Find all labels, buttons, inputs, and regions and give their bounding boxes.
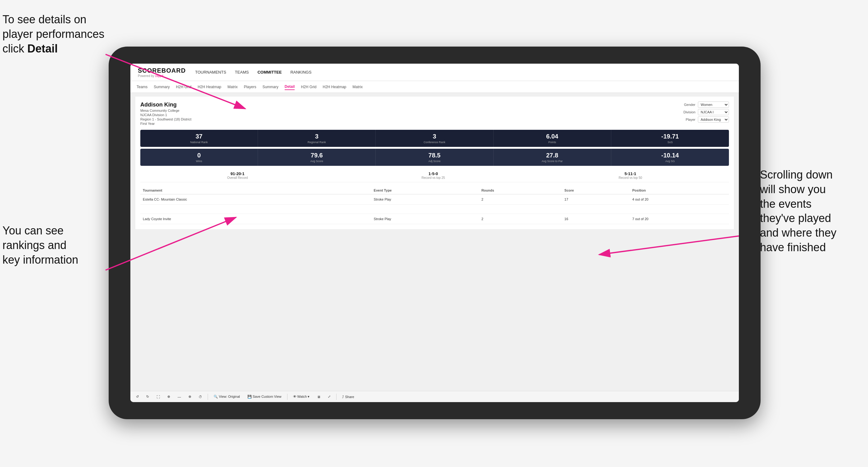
row3-position: 7 out of 20 [630, 214, 729, 224]
stat-national-rank-label: National Rank [143, 141, 255, 144]
player-label: Player [686, 118, 695, 121]
tab-teams[interactable]: Teams [136, 84, 148, 90]
toolbar-display[interactable]: 🖥 [315, 394, 322, 399]
nav-committee[interactable]: COMMITTEE [257, 69, 282, 76]
stat-conference-rank: 3 Conference Rank [376, 130, 493, 147]
stat-sos: -19.71 SoS [611, 130, 729, 147]
nav-bar: SCOREBOARD Powered by clippd TOURNAMENTS… [130, 64, 739, 81]
stats-grid-row1: 37 National Rank 3 Regional Rank 3 Confe… [140, 130, 729, 147]
col-rounds: Rounds [479, 187, 562, 194]
logo-scoreboard: SCOREBOARD [138, 67, 186, 74]
nav-items: TOURNAMENTS TEAMS COMMITTEE RANKINGS [195, 69, 311, 76]
tab-h2h-heatmap[interactable]: H2H Heatmap [198, 84, 221, 90]
annotation-scroll: Scrolling down will show you the events … [760, 168, 866, 255]
stat-regional-rank-value: 3 [260, 133, 373, 140]
player-select[interactable]: Addison King [698, 117, 729, 123]
toolbar-redo[interactable]: ↻ [144, 394, 151, 399]
division-select[interactable]: NJCAA I [698, 109, 729, 115]
toolbar-zoom-minus[interactable]: — [176, 394, 183, 399]
stat-national-rank-value: 37 [143, 133, 255, 140]
sub-nav: Teams Summary H2H Grid H2H Heatmap Matri… [130, 81, 739, 93]
tablet-frame: SCOREBOARD Powered by clippd TOURNAMENTS… [108, 46, 761, 419]
table-row[interactable]: Estella CC- Mountain Classic Stroke Play… [140, 194, 729, 205]
player-selectors: Gender Women Division NJCAA I [683, 101, 729, 123]
table-header-row: Tournament Event Type Rounds Score Posit… [140, 187, 729, 194]
toolbar-sep2 [287, 394, 287, 400]
bottom-toolbar: ↺ ↻ ⛶ ⊕ — ⊕ ⏱ 🔍 View: Original 💾 Save Cu… [130, 391, 739, 402]
stat-national-rank: 37 National Rank [140, 130, 258, 147]
stat-avg-score-par: 27.8 Avg Score to Par [494, 149, 611, 166]
toolbar-zoom-fit[interactable]: ⛶ [155, 394, 162, 399]
table-row[interactable] [140, 205, 729, 214]
toolbar-expand[interactable]: ⤢ [326, 394, 333, 399]
stat-adj-score: 78.5 Adj Score [376, 149, 493, 166]
record-top50-value: 5-11-1 [619, 172, 642, 176]
player-selector-row: Player Addison King [686, 117, 729, 123]
toolbar-sep3 [336, 394, 337, 400]
tab-matrix2[interactable]: Matrix [353, 84, 363, 90]
record-top25: 1-5-0 Record vs top 25 [422, 172, 445, 180]
row3-score: 16 [562, 214, 630, 224]
tab-h2h-grid[interactable]: H2H Grid [176, 84, 191, 90]
toolbar-view-original[interactable]: 🔍 View: Original [212, 394, 242, 399]
player-region: Region 1 - Southwest (18) District [140, 117, 191, 121]
gender-select[interactable]: Women [698, 101, 729, 108]
toolbar-watch[interactable]: 👁 Watch ▾ [291, 394, 312, 399]
stat-points: 6.04 Points [494, 130, 611, 147]
toolbar-share[interactable]: ⤴ Share [340, 394, 356, 399]
gender-label: Gender [684, 103, 695, 106]
toolbar-zoom-in[interactable]: ⊕ [165, 394, 172, 399]
tab-h2h-grid2[interactable]: H2H Grid [301, 84, 316, 90]
stat-sos-value: -19.71 [614, 133, 726, 140]
stat-wins: 0 Wins [140, 149, 258, 166]
stat-adj-score-value: 78.5 [378, 152, 491, 159]
player-college: Mesa Community College [140, 109, 191, 113]
record-top25-value: 1-5-0 [422, 172, 445, 176]
col-position: Position [630, 187, 729, 194]
player-division: NJCAA Division 1 [140, 113, 191, 117]
table-row[interactable]: Lady Coyote Invite Stroke Play 2 16 7 ou… [140, 214, 729, 224]
col-tournament: Tournament [140, 187, 371, 194]
nav-tournaments[interactable]: TOURNAMENTS [195, 69, 226, 76]
row1-event-type: Stroke Play [371, 194, 479, 205]
toolbar-save-custom[interactable]: 💾 Save Custom View [246, 394, 283, 399]
stat-avg-score-value: 79.6 [260, 152, 373, 159]
toolbar-zoom-plus[interactable]: ⊕ [187, 394, 193, 399]
main-content: Addison King Mesa Community College NJCA… [130, 93, 739, 391]
annotation-rankings: You can see rankings and key information [2, 224, 108, 267]
nav-rankings[interactable]: RANKINGS [290, 69, 311, 76]
player-info: Addison King Mesa Community College NJCA… [140, 101, 191, 125]
division-selector-row: Division NJCAA I [683, 109, 729, 115]
stats-grid-row2: 0 Wins 79.6 Avg Score 78.5 Adj Score 27.… [140, 149, 729, 166]
tournament-table: Tournament Event Type Rounds Score Posit… [140, 187, 729, 224]
stat-regional-rank-label: Regional Rank [260, 141, 373, 144]
tab-detail[interactable]: Detail [285, 84, 295, 90]
tab-matrix[interactable]: Matrix [227, 84, 238, 90]
row1-position: 4 out of 20 [630, 194, 729, 205]
toolbar-undo[interactable]: ↺ [134, 394, 141, 399]
gender-selector-row: Gender Women [684, 101, 729, 108]
stat-points-value: 6.04 [496, 133, 609, 140]
stat-adj-score-label: Adj Score [378, 160, 491, 163]
tab-summary[interactable]: Summary [154, 84, 169, 90]
stat-conference-rank-value: 3 [378, 133, 491, 140]
stat-regional-rank: 3 Regional Rank [258, 130, 376, 147]
row3-event-type: Stroke Play [371, 214, 479, 224]
toolbar-timer[interactable]: ⏱ [197, 394, 204, 399]
stat-avg-score: 79.6 Avg Score [258, 149, 376, 166]
record-overall: 91-20-1 Overall Record [227, 172, 248, 180]
logo-area: SCOREBOARD Powered by clippd [138, 67, 186, 77]
row1-score: 17 [562, 194, 630, 205]
tab-summary2[interactable]: Summary [262, 84, 278, 90]
record-top25-label: Record vs top 25 [422, 176, 445, 180]
col-event-type: Event Type [371, 187, 479, 194]
tab-players[interactable]: Players [244, 84, 256, 90]
player-year: First Year [140, 122, 191, 125]
nav-teams[interactable]: TEAMS [235, 69, 249, 76]
record-overall-label: Overall Record [227, 176, 248, 180]
stat-avg-sg: -10.14 Avg SG [611, 149, 729, 166]
tab-h2h-heatmap2[interactable]: H2H Heatmap [322, 84, 346, 90]
player-name: Addison King [140, 101, 191, 108]
stat-avg-sg-value: -10.14 [614, 152, 726, 159]
player-header: Addison King Mesa Community College NJCA… [140, 101, 729, 125]
